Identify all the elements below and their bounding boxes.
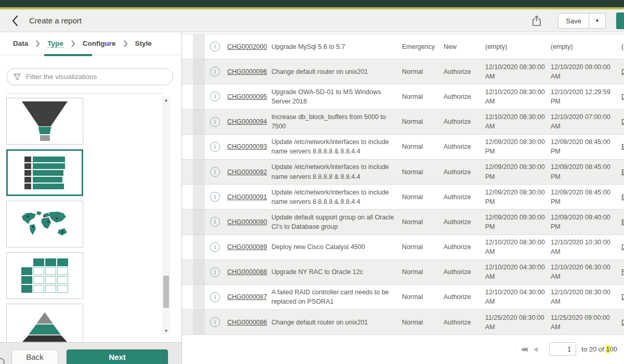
table-row: i CHG0000089 Deploy new Cisco Catalyst 4…	[182, 235, 624, 260]
next-button[interactable]: Next	[67, 349, 168, 364]
short-description-cell: Upgrade OWA-SD-01 to MS Windows Server 2…	[271, 87, 397, 106]
edge-clipped-button[interactable]	[616, 12, 624, 29]
assigned-to-link[interactable]: Fre	[621, 268, 624, 276]
info-icon[interactable]: i	[210, 67, 220, 76]
viz-card-table[interactable]	[6, 252, 83, 299]
panel-footer: Back Next	[0, 342, 181, 364]
clipped-column-sliver	[193, 310, 205, 334]
change-number-link[interactable]: CHG0000087	[227, 293, 267, 301]
assigned-to-link[interactable]: Dav	[621, 118, 624, 125]
info-icon[interactable]: i	[210, 92, 220, 101]
assigned-to-link[interactable]: Bow	[621, 143, 624, 150]
scroll-up-icon[interactable]: ▲	[162, 96, 170, 103]
filter-visualizations-input[interactable]	[26, 73, 166, 81]
back-button[interactable]: Back	[11, 349, 58, 364]
state-cell: Authorize	[444, 293, 480, 301]
type-cell: Normal	[402, 143, 438, 150]
change-number-link[interactable]: CHG0000094	[227, 118, 267, 125]
clipped-column-sliver	[193, 135, 205, 159]
table-row: i CHG0000090 Update default support grou…	[182, 210, 624, 235]
state-cell: Authorize	[444, 218, 480, 226]
viz-card-funnel[interactable]	[6, 98, 83, 145]
scroll-down-icon[interactable]: ▼	[162, 327, 170, 334]
assigned-to-link[interactable]: Dav	[621, 319, 624, 326]
table-body: i CHG0002000 Upgrade MySql 5.6 to 5.7 Em…	[182, 34, 624, 335]
type-cell: Normal	[402, 243, 438, 251]
assigned-to-link[interactable]: Dav	[621, 243, 624, 251]
info-icon[interactable]: i	[210, 42, 220, 51]
info-icon[interactable]: i	[210, 117, 220, 127]
first-page-icon[interactable]: ◀◀	[521, 346, 526, 353]
info-icon[interactable]: i	[210, 317, 220, 327]
table-row: i CHG0000094 Increase db_block_buffers f…	[182, 110, 624, 135]
change-number-link[interactable]: CHG0000089	[227, 243, 267, 251]
assigned-to-link[interactable]: Dav	[621, 293, 624, 301]
assigned-to-link[interactable]: (em	[621, 43, 624, 50]
change-number-link[interactable]: CHG0000093	[227, 143, 267, 150]
type-cell: Normal	[402, 68, 438, 75]
change-number-link[interactable]: CHG0000091	[227, 193, 267, 201]
end-date-cell: 12/10/2020 10:30:00 AM	[551, 238, 612, 256]
assigned-to-link[interactable]: Bow	[621, 168, 624, 176]
short-description-cell: Upgrade NY RAC to Oracle 12c	[271, 267, 397, 277]
share-icon[interactable]	[531, 15, 542, 27]
pagination: ◀◀ ◀ to 20 of 100	[521, 342, 617, 356]
clipped-column-sliver	[193, 235, 205, 259]
info-icon[interactable]: i	[210, 267, 220, 277]
header-actions: Save ▼	[531, 9, 624, 32]
change-number-link[interactable]: CHG0000086	[227, 319, 267, 326]
info-icon[interactable]: i	[210, 192, 220, 202]
previous-page-icon[interactable]: ◀	[534, 346, 538, 353]
viz-card-map[interactable]	[6, 201, 83, 248]
report-header: Create a report Save ▼	[0, 9, 624, 32]
clipped-column-sliver	[193, 59, 205, 84]
table-row: i CHG0000096 Change default router on un…	[182, 59, 624, 84]
type-cell: Normal	[402, 319, 438, 326]
tab-style[interactable]: Style	[135, 40, 152, 47]
assigned-to-link[interactable]: Bow	[621, 218, 624, 226]
start-date-cell: 12/10/2020 06:30:00 AM	[485, 112, 547, 131]
table-row: i CHG0000086 Change default router on un…	[182, 310, 624, 335]
type-cell: Normal	[402, 168, 438, 176]
info-icon[interactable]: i	[210, 242, 220, 252]
back-arrow-icon[interactable]	[9, 15, 21, 27]
type-cell: Normal	[402, 218, 438, 226]
info-icon[interactable]: i	[210, 292, 220, 302]
info-icon[interactable]: i	[210, 217, 220, 227]
change-number-link[interactable]: CHG0002000	[227, 43, 267, 50]
page-title: Create a report	[29, 16, 82, 25]
save-button[interactable]: Save	[558, 13, 589, 29]
short-description-cell: Update /etc/network/interfaces to includ…	[271, 188, 397, 206]
short-description-cell: Increase db_block_buffers from 5000 to 7…	[271, 112, 397, 131]
assigned-to-link[interactable]: Dav	[621, 68, 624, 75]
change-number-link[interactable]: CHG0000088	[227, 268, 267, 276]
change-number-cell: CHG0000090	[227, 218, 268, 226]
info-icon[interactable]: i	[210, 167, 220, 177]
change-number-link[interactable]: CHG0000092	[227, 168, 267, 176]
save-dropdown-button[interactable]: ▼	[589, 13, 606, 29]
assigned-to-link[interactable]: Dav	[621, 93, 624, 100]
state-cell: Authorize	[444, 143, 480, 150]
tab-data[interactable]: Data	[13, 40, 28, 47]
world-map-icon	[19, 209, 71, 239]
clipped-column-sliver	[193, 285, 205, 309]
end-date-cell: 12/10/2020 06:30:00 AM	[551, 263, 612, 281]
filter-input-container	[6, 68, 173, 85]
short-description-cell: Update /etc/network/interfaces to includ…	[271, 137, 397, 156]
end-date-cell: 12/09/2020 09:40:00 PM	[551, 213, 612, 231]
viz-scrollbar[interactable]: ▲ ▼	[162, 96, 170, 334]
viz-card-list[interactable]	[6, 149, 83, 196]
info-icon[interactable]: i	[210, 142, 220, 152]
change-number-link[interactable]: CHG0000096	[227, 68, 267, 75]
assigned-to-link[interactable]: Bow	[621, 193, 624, 201]
page-number-input[interactable]	[549, 342, 576, 356]
filter-funnel-icon	[13, 73, 21, 81]
tab-configure[interactable]: Configure	[83, 40, 116, 47]
scrollbar-thumb[interactable]	[163, 276, 169, 308]
tab-type[interactable]: Type	[47, 40, 63, 48]
start-date-cell: 12/09/2020 08:30:00 PM	[485, 137, 547, 156]
change-number-link[interactable]: CHG0000090	[227, 218, 267, 226]
funnel-chart-icon	[22, 101, 68, 126]
change-number-link[interactable]: CHG0000095	[227, 93, 267, 100]
type-cell: Normal	[402, 93, 438, 100]
